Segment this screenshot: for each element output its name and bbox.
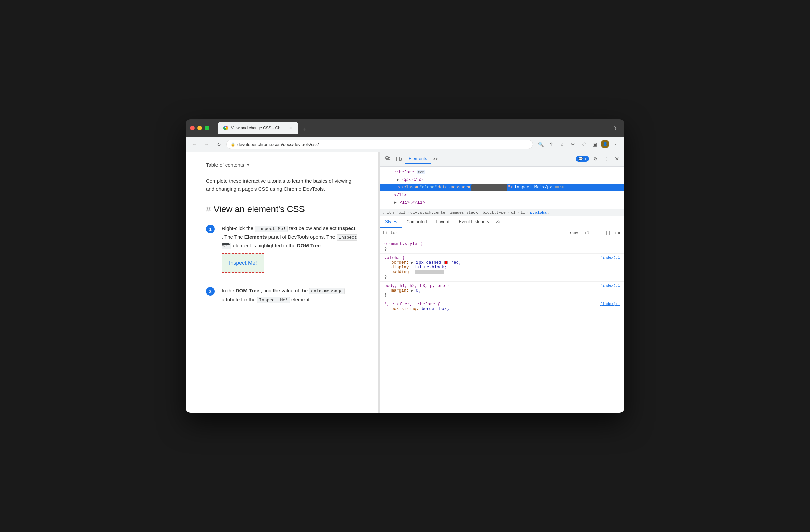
svg-point-11 (618, 232, 619, 234)
bc-sep3: › (517, 210, 519, 215)
console-badge[interactable]: 💬 1 (576, 156, 589, 162)
search-icon[interactable]: 🔍 (536, 139, 545, 149)
new-tab-button[interactable]: + (300, 125, 309, 134)
settings-icon[interactable]: ⚙ (590, 154, 600, 164)
active-tab[interactable]: View and change CSS - Chro… ✕ (217, 122, 298, 134)
dom-line-li2[interactable]: ▶ <li>…</li> (380, 199, 624, 207)
tab-elements[interactable]: Elements (405, 154, 431, 164)
inspect-element-icon[interactable] (383, 154, 393, 164)
cls-filter-button[interactable]: .cls (582, 230, 594, 236)
hov-filter-button[interactable]: :hov (568, 230, 580, 236)
steps-list: 1 Right-click the Inspect Me! text below… (206, 224, 358, 304)
bc-ol[interactable]: ol (511, 210, 516, 215)
tag-li2: <li>…</li> (400, 200, 425, 205)
step2-text3: attribute for the (222, 297, 256, 302)
styles-tabs-more-icon[interactable]: >> (494, 217, 502, 227)
section-heading: # View an element's CSS (206, 204, 358, 214)
dom-line-p1[interactable]: ▶ <p>…</p> (380, 176, 624, 184)
device-toolbar-icon[interactable] (394, 154, 404, 164)
forward-button[interactable]: → (202, 139, 211, 149)
dom-line-li-close[interactable]: </li> (380, 192, 624, 199)
tab-title: View and change CSS - Chro… (231, 126, 285, 131)
page-content: Table of contents ▾ Complete these inter… (186, 152, 378, 413)
css-prop-border: border: ▶ 1px dashed red; (385, 260, 620, 265)
css-prop-margin: margin: ▶ 0; (385, 288, 620, 293)
bookmark-icon[interactable]: ☆ (557, 139, 567, 149)
tab-computed[interactable]: Computed (402, 216, 431, 228)
new-style-sheet-icon[interactable] (605, 229, 612, 237)
address-bar[interactable]: 🔒 developer.chrome.com/docs/devtools/css… (226, 139, 533, 149)
expand-triangle-icon[interactable]: ▶ (396, 178, 399, 182)
filter-input[interactable] (383, 231, 565, 235)
dom-line-before[interactable]: ::before flex (380, 169, 624, 176)
flex-badge: flex (417, 170, 425, 174)
step2-text2: , find the value of the (261, 287, 308, 293)
traffic-lights (190, 126, 209, 131)
dom-line-selected[interactable]: … <p class="aloha" data-message= ███████… (380, 184, 624, 192)
nav-icons: 🔍 ⇧ ☆ ✂ ♡ ▣ 👤 ⋮ (536, 139, 620, 149)
border-expand-icon[interactable]: ▶ (411, 261, 414, 265)
css-prop-box-sizing: box-sizing: border-box; (385, 307, 620, 312)
inspect-me-text: Inspect Me! (229, 260, 257, 266)
toggle-element-state-icon[interactable] (614, 229, 621, 237)
css-source-universal[interactable]: (index):1 (600, 302, 620, 307)
dom-dots: … (383, 184, 386, 192)
bc-sep4: › (526, 210, 529, 215)
user-avatar[interactable]: 👤 (601, 139, 609, 148)
bc-ith-full[interactable]: ith-full (387, 210, 405, 215)
bc-div-stack[interactable]: div.stack.center-images.stack--block.typ… (410, 210, 506, 215)
tab-event-listeners[interactable]: Event Listeners (454, 216, 494, 228)
toc-label: Table of contents (206, 162, 244, 168)
tab-layout[interactable]: Layout (431, 216, 454, 228)
margin-expand-icon[interactable]: ▶ (411, 289, 414, 293)
filter-bar: :hov .cls + (380, 228, 624, 238)
dom-tree: ::before flex ▶ <p>…</p> … <p class="alo… (380, 167, 624, 209)
sidebar-icon[interactable]: ▣ (590, 139, 599, 149)
menu-icon[interactable]: ⋮ (611, 139, 620, 149)
tab-styles[interactable]: Styles (380, 216, 402, 228)
back-button[interactable]: ← (190, 139, 199, 149)
lock-icon: 🔒 (231, 142, 236, 147)
css-rule-aloha: .aloha { (index):1 border: ▶ 1px dashed … (380, 253, 624, 282)
step2-text1: In the (222, 287, 234, 293)
devtools-actions: 💬 1 ⚙ ⋮ ✕ (576, 154, 621, 164)
red-color-swatch[interactable] (444, 261, 448, 264)
toc-arrow-icon[interactable]: ▾ (247, 162, 249, 167)
styles-panel: Styles Computed Layout Event Listeners >… (380, 216, 624, 413)
step1-text4: panel of DevTools opens. The (269, 234, 335, 240)
reload-button[interactable]: ↻ (214, 139, 224, 149)
share-icon[interactable]: ⇧ (547, 139, 556, 149)
nav-bar: ← → ↻ 🔒 developer.chrome.com/docs/devtoo… (186, 137, 624, 152)
step-1-content: Right-click the Inspect Me! text below a… (222, 224, 358, 276)
extensions-icon[interactable]: ✂ (568, 139, 578, 149)
tab-more-icon[interactable]: >> (432, 157, 439, 162)
inspect-me-box[interactable]: Inspect Me! (222, 253, 264, 273)
styles-tabs: Styles Computed Layout Event Listeners >… (380, 216, 624, 228)
tab-favicon-icon (223, 126, 228, 131)
minimize-button[interactable] (197, 126, 202, 131)
css-source-body[interactable]: (index):1 (600, 284, 620, 288)
css-source-aloha[interactable]: (index):1 (600, 255, 620, 260)
add-style-rule-icon[interactable]: + (595, 229, 603, 237)
tab-bar: View and change CSS - Chro… ✕ + (217, 122, 608, 134)
bc-dots: … (383, 210, 386, 215)
devtools-more-icon[interactable]: ⋮ (601, 154, 611, 164)
bc-p-aloha[interactable]: p.aloha (530, 210, 546, 215)
padding-value-blurred: ████ (416, 270, 444, 275)
step1-text3: . The (222, 234, 233, 240)
dollar-ref: == $0 (555, 184, 564, 191)
profile-icon[interactable]: ♡ (579, 139, 588, 149)
svg-rect-6 (400, 158, 401, 161)
step2-inline-code2: Inspect Me! (257, 297, 290, 303)
bc-li[interactable]: li (521, 210, 525, 215)
css-prop-padding: padding: ████ (385, 270, 620, 275)
devtools-close-button[interactable]: ✕ (612, 154, 621, 164)
svg-rect-2 (386, 157, 388, 159)
expand-triangle2-icon[interactable]: ▶ (394, 200, 396, 205)
css-closing-aloha: } (385, 275, 620, 279)
tab-close-button[interactable]: ✕ (288, 126, 293, 131)
close-button[interactable] (190, 126, 195, 131)
maximize-button[interactable] (205, 126, 209, 131)
expand-icon[interactable]: ❯ (611, 123, 620, 133)
css-closing-element-style: } (385, 247, 620, 251)
